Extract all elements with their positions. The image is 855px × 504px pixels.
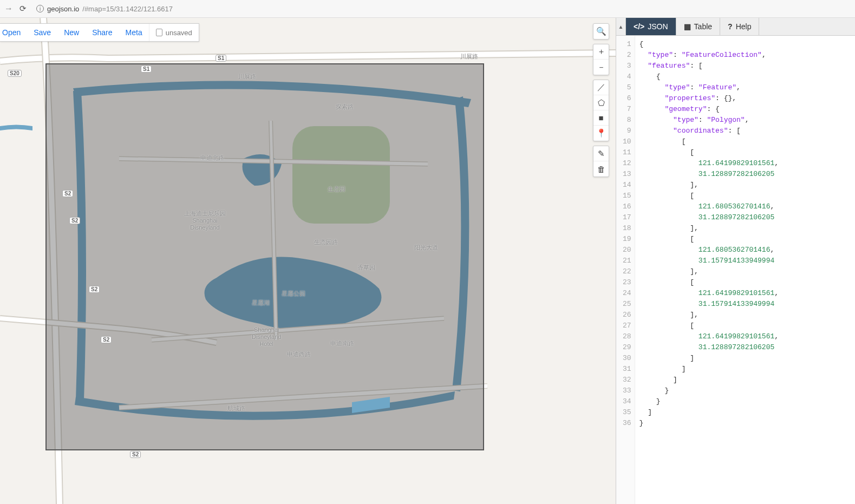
map-pane[interactable]: Open Save New Share Meta unsaved: [0, 18, 616, 504]
label-xiangcao: 香草园: [357, 264, 375, 271]
label-hangcheng: 航城路: [227, 405, 245, 412]
draw-rectangle-icon[interactable]: ■: [593, 110, 609, 126]
svg-rect-2: [46, 64, 484, 450]
route-badge-s2c: S2: [89, 286, 100, 293]
draw-marker-icon[interactable]: 📍: [593, 126, 609, 141]
tab-table[interactable]: ▦ Table: [676, 18, 720, 35]
file-indicator: unsaved: [149, 24, 199, 41]
menu-save[interactable]: Save: [27, 28, 57, 37]
editor-code[interactable]: { "type": "FeatureCollection", "features…: [635, 36, 855, 504]
label-chuanzhan: 川展路: [460, 53, 478, 60]
table-icon: ▦: [684, 22, 691, 31]
address-bar[interactable]: i geojson.io/#map=15/31.1422/121.6617: [32, 3, 851, 15]
map-canvas[interactable]: [0, 18, 616, 504]
label-yangguang: 阳光大道: [414, 244, 438, 251]
tab-json[interactable]: </> JSON: [626, 18, 676, 35]
route-badge-s20: S20: [8, 70, 22, 77]
side-pane: ▲ </> JSON ▦ Table ? Help 12345678910111…: [616, 18, 855, 504]
menu-open[interactable]: Open: [0, 28, 27, 37]
route-badge-s2b: S2: [69, 217, 80, 224]
json-editor[interactable]: 1234567891011121314151617181920212223242…: [616, 36, 855, 504]
label-shendi-w: 申迪西路: [287, 351, 311, 358]
label-xingyuan: 星愿公园: [282, 290, 305, 297]
url-hash: /#map=15/31.1422/121.6617: [82, 5, 173, 13]
search-icon[interactable]: 🔍: [593, 24, 609, 39]
zoom-control: ＋ －: [593, 44, 609, 75]
menu-new[interactable]: New: [57, 28, 86, 37]
file-status: unsaved: [166, 29, 192, 37]
label-hotel: Shanghai Disneyland Hotel: [252, 326, 281, 348]
label-shendi-s: 申迪南路: [330, 340, 354, 347]
label-disneyland: 上海迪士尼乐园 Shanghai Disneyland: [184, 210, 226, 232]
menu-bar: Open Save New Share Meta unsaved: [0, 23, 199, 42]
route-badge-s2a: S2: [62, 190, 73, 197]
info-icon[interactable]: i: [36, 5, 44, 12]
draw-line-icon[interactable]: ／: [593, 80, 609, 95]
zoom-in-icon[interactable]: ＋: [593, 44, 609, 60]
route-badge-s2d: S2: [101, 336, 112, 343]
label-chuanzhan2: 川展路: [238, 73, 256, 80]
label-shengtaiyuan: 生态园路: [314, 239, 338, 246]
menu-meta[interactable]: Meta: [119, 28, 149, 37]
help-icon: ?: [728, 22, 733, 31]
label-ecopark: 生态园: [328, 186, 345, 193]
side-tabs: ▲ </> JSON ▦ Table ? Help: [616, 18, 855, 36]
draw-polygon-icon[interactable]: ⬠: [593, 95, 609, 110]
label-shendi-n: 申迪北路: [200, 154, 224, 161]
route-badge-s1: S1: [216, 55, 226, 62]
label-xingyuanhu: 星愿湖: [252, 299, 270, 306]
collapse-icon[interactable]: ▲: [616, 18, 626, 35]
route-badge-s1b: S1: [141, 66, 152, 73]
code-icon: </>: [634, 22, 644, 31]
file-icon: [156, 29, 162, 36]
zoom-out-icon[interactable]: －: [593, 60, 609, 75]
delete-icon[interactable]: 🗑: [593, 161, 609, 176]
route-badge-s2e: S2: [130, 451, 141, 458]
label-tansuo: 探索路: [336, 103, 354, 110]
browser-toolbar: → ⟳ i geojson.io/#map=15/31.1422/121.661…: [0, 0, 855, 18]
tab-help[interactable]: ? Help: [720, 18, 759, 35]
search-control: 🔍: [593, 23, 609, 40]
menu-share[interactable]: Share: [86, 28, 119, 37]
editor-gutter: 1234567891011121314151617181920212223242…: [616, 36, 635, 504]
forward-icon[interactable]: →: [4, 4, 14, 14]
edit-tools: ✎ 🗑: [593, 146, 609, 177]
draw-tools: ／ ⬠ ■ 📍: [593, 80, 609, 141]
url-host: geojson.io: [47, 5, 79, 13]
reload-icon[interactable]: ⟳: [19, 4, 27, 14]
edit-icon[interactable]: ✎: [593, 146, 609, 161]
